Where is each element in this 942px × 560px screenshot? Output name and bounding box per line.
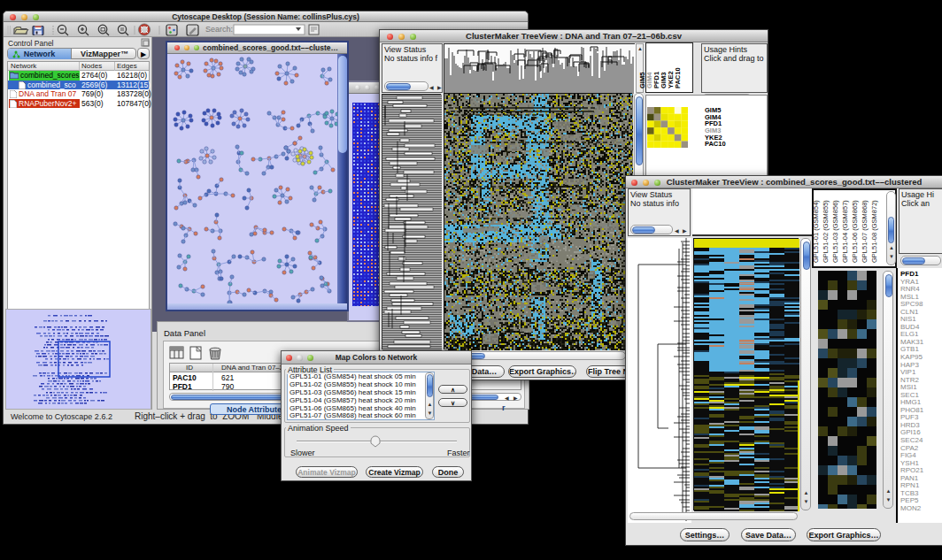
svg-text:Search:: Search:: [205, 25, 233, 34]
